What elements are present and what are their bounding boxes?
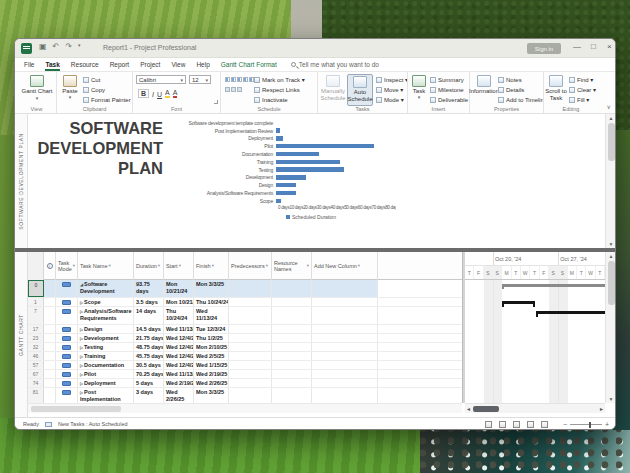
column-header-predecessors[interactable]: Predecessors▾ bbox=[229, 252, 272, 280]
timeline-body[interactable] bbox=[465, 280, 605, 403]
expand-triangle-icon[interactable]: ▷ bbox=[80, 345, 83, 350]
table-row-testing[interactable]: 32▷Testing48.75 daysWed 12/4/24Mon 2/10/… bbox=[28, 343, 462, 352]
predecessors-cell[interactable] bbox=[229, 352, 272, 360]
row-id-cell[interactable]: 81 bbox=[28, 388, 44, 403]
tell-me-search[interactable]: Tell me what you want to do bbox=[291, 61, 379, 68]
font-dialog-launcher-icon[interactable] bbox=[214, 100, 218, 104]
duration-cell[interactable]: 5 days bbox=[134, 379, 164, 387]
task-mode-cell[interactable] bbox=[56, 280, 78, 297]
redo-icon[interactable]: ↷ bbox=[65, 42, 72, 51]
task-name-cell[interactable]: ▷Documentation bbox=[78, 361, 134, 369]
highlight-color-button[interactable]: A bbox=[165, 89, 170, 98]
tab-project[interactable]: Project bbox=[140, 58, 160, 71]
finish-cell[interactable]: Thu 10/24/24 bbox=[194, 298, 229, 306]
button-find[interactable]: Find ▾ bbox=[569, 75, 597, 84]
link-tasks-buttons[interactable] bbox=[225, 87, 242, 92]
tab-help[interactable]: Help bbox=[196, 58, 209, 71]
scroll-down-icon[interactable]: ▼ bbox=[606, 241, 616, 247]
task-name-cell[interactable]: ▷Testing bbox=[78, 343, 134, 351]
row-id-cell[interactable]: 23 bbox=[28, 334, 44, 342]
info-cell[interactable] bbox=[44, 325, 56, 333]
table-row-post-implementation-review[interactable]: 81▷Post Implementation Review3 daysWed 2… bbox=[28, 388, 462, 403]
resource-names-cell[interactable] bbox=[272, 325, 312, 333]
resource-names-cell[interactable] bbox=[272, 280, 312, 297]
report-scrollbar-thumb[interactable] bbox=[608, 123, 615, 161]
add-new-column-cell[interactable] bbox=[312, 352, 378, 360]
task-name-cell[interactable]: ▷Pilot bbox=[78, 370, 134, 378]
button-add-to-timeline[interactable]: Add to Timeline bbox=[498, 95, 543, 104]
button-deliverable[interactable]: Deliverable ▾ bbox=[430, 95, 469, 104]
add-new-column-cell[interactable] bbox=[312, 325, 378, 333]
resource-names-cell[interactable] bbox=[272, 379, 312, 387]
zoom-slider-thumb[interactable] bbox=[589, 422, 591, 428]
finish-cell[interactable]: Wed 2/19/25 bbox=[194, 370, 229, 378]
start-cell[interactable]: Wed 2/26/25 bbox=[164, 388, 194, 403]
row-id-cell[interactable]: 32 bbox=[28, 343, 44, 351]
resource-names-cell[interactable] bbox=[272, 343, 312, 351]
start-cell[interactable]: Wed 12/4/24 bbox=[164, 361, 194, 369]
expand-triangle-icon[interactable]: ▷ bbox=[80, 354, 83, 359]
tab-report[interactable]: Report bbox=[110, 58, 130, 71]
duration-cell[interactable]: 21.75 days bbox=[134, 334, 164, 342]
tab-gantt-chart-format[interactable]: Gantt Chart Format bbox=[221, 58, 277, 71]
task-name-cell[interactable]: ▷Deployment bbox=[78, 379, 134, 387]
task-mode-cell[interactable] bbox=[56, 361, 78, 369]
row-id-cell[interactable]: 17 bbox=[28, 325, 44, 333]
duration-cell[interactable]: 30.5 days bbox=[134, 361, 164, 369]
finish-cell[interactable]: Wed 2/5/25 bbox=[194, 352, 229, 360]
gantt-bar-analysis-software-requirements[interactable] bbox=[536, 311, 605, 314]
predecessors-cell[interactable] bbox=[229, 307, 272, 324]
info-cell[interactable] bbox=[44, 307, 56, 324]
duration-cell[interactable]: 14 days bbox=[134, 307, 164, 324]
info-cell[interactable] bbox=[44, 388, 56, 403]
zoom-in-icon[interactable]: + bbox=[605, 421, 609, 428]
finish-cell[interactable]: Thu 1/2/25 bbox=[194, 334, 229, 342]
predecessors-cell[interactable] bbox=[229, 379, 272, 387]
predecessors-cell[interactable] bbox=[229, 334, 272, 342]
add-new-column-cell[interactable] bbox=[312, 307, 378, 324]
expand-triangle-icon[interactable]: ▷ bbox=[80, 336, 83, 341]
table-hscroll-thumb[interactable] bbox=[31, 406, 121, 412]
button-copy[interactable]: Copy bbox=[83, 85, 132, 94]
duration-cell[interactable]: 93.75 days bbox=[134, 280, 164, 297]
duration-cell[interactable]: 14.5 days bbox=[134, 325, 164, 333]
expand-triangle-icon[interactable]: ▷ bbox=[80, 372, 83, 377]
expand-triangle-icon[interactable]: ▷ bbox=[80, 390, 83, 395]
tab-file[interactable]: File bbox=[24, 58, 34, 71]
expand-triangle-icon[interactable]: ▷ bbox=[80, 309, 83, 314]
task-mode-cell[interactable] bbox=[56, 388, 78, 403]
add-new-column-cell[interactable] bbox=[312, 388, 378, 403]
info-cell[interactable] bbox=[44, 379, 56, 387]
table-row-pilot[interactable]: 67▷Pilot70.25 daysWed 11/13/24Wed 2/19/2… bbox=[28, 370, 462, 379]
table-row-deployment[interactable]: 74▷Deployment5 daysWed 2/19/25Wed 2/26/2… bbox=[28, 379, 462, 388]
row-id-cell[interactable]: 7 bbox=[28, 307, 44, 324]
qat-dropdown-icon[interactable]: ▾ bbox=[78, 42, 81, 51]
duration-cell[interactable]: 70.25 days bbox=[134, 370, 164, 378]
add-new-column-cell[interactable] bbox=[312, 361, 378, 369]
font-name-select[interactable]: Calibri▾ bbox=[136, 75, 186, 84]
font-size-select[interactable]: 12▾ bbox=[189, 75, 211, 84]
task-mode-cell[interactable] bbox=[56, 379, 78, 387]
insert-task-button[interactable]: Task ▾ bbox=[410, 74, 428, 106]
tab-resource[interactable]: Resource bbox=[71, 58, 99, 71]
row-id-cell[interactable]: 74 bbox=[28, 379, 44, 387]
task-name-cell[interactable]: ▷Post Implementation Review bbox=[78, 388, 134, 403]
column-header-resource-names[interactable]: Resource Names▾ bbox=[272, 252, 312, 280]
info-cell[interactable] bbox=[44, 343, 56, 351]
add-new-column-cell[interactable] bbox=[312, 370, 378, 378]
bold-button[interactable]: B bbox=[138, 89, 149, 98]
button-summary[interactable]: Summary bbox=[430, 75, 469, 84]
start-cell[interactable]: Thu 10/24/24 bbox=[164, 307, 194, 324]
finish-cell[interactable]: Mon 3/3/25 bbox=[194, 388, 229, 403]
start-cell[interactable]: Wed 12/4/24 bbox=[164, 343, 194, 351]
task-mode-cell[interactable] bbox=[56, 334, 78, 342]
task-name-cell[interactable]: ◢Software Development bbox=[78, 280, 134, 297]
task-mode-cell[interactable] bbox=[56, 298, 78, 306]
start-cell[interactable]: Mon 10/21/24 bbox=[164, 280, 194, 297]
resource-names-cell[interactable] bbox=[272, 361, 312, 369]
column-header-start[interactable]: Start▾ bbox=[164, 252, 194, 280]
predecessors-cell[interactable] bbox=[229, 325, 272, 333]
undo-icon[interactable]: ↶ bbox=[53, 42, 60, 51]
start-cell[interactable]: Wed 12/4/24 bbox=[164, 352, 194, 360]
scroll-down-icon[interactable]: ▼ bbox=[606, 396, 616, 402]
